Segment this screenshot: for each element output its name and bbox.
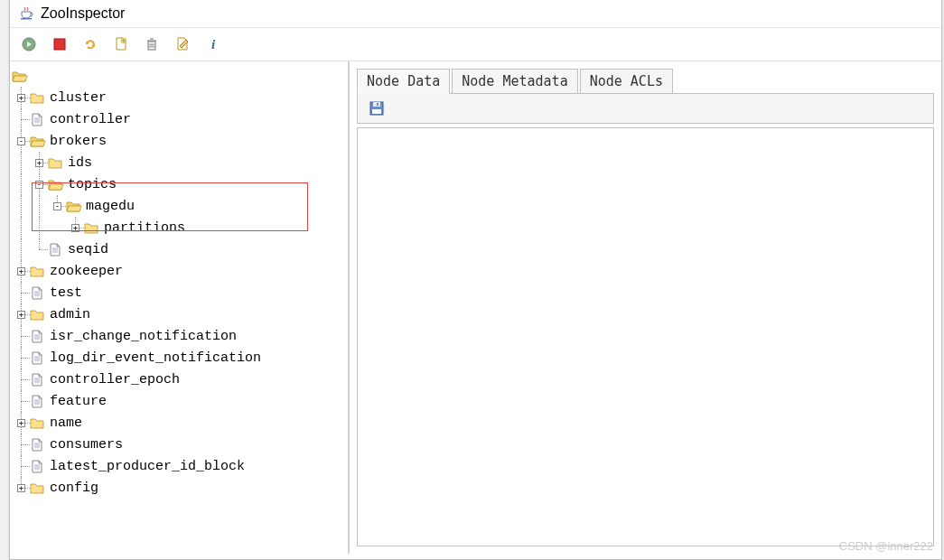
folder-closed-icon bbox=[30, 90, 46, 105]
folder-closed-icon bbox=[84, 220, 100, 235]
connect-button[interactable] bbox=[19, 34, 39, 54]
tree-node-label: admin bbox=[50, 307, 90, 322]
tree-node-test[interactable]: test bbox=[12, 282, 346, 303]
tabs: Node Data Node Metadata Node ACLs bbox=[350, 61, 941, 94]
file-icon bbox=[30, 329, 46, 343]
tree-node-ids[interactable]: + ids bbox=[12, 152, 346, 173]
tree-node-latest[interactable]: latest_producer_id_block bbox=[12, 455, 346, 477]
tree-node-label: controller_epoch bbox=[50, 372, 180, 387]
tree-node-magedu[interactable]: - magedu bbox=[12, 195, 346, 217]
file-icon bbox=[30, 112, 46, 126]
expand-toggle[interactable]: + bbox=[17, 484, 25, 492]
tree-node-isr[interactable]: isr_change_notification bbox=[12, 325, 346, 347]
file-icon bbox=[30, 285, 46, 300]
tree-node-seqid[interactable]: seqid bbox=[12, 238, 346, 260]
tab-node-acls[interactable]: Node ACLs bbox=[580, 69, 673, 94]
collapse-toggle[interactable]: - bbox=[17, 137, 25, 145]
tab-toolbar bbox=[357, 93, 934, 124]
tab-node-metadata[interactable]: Node Metadata bbox=[452, 69, 577, 94]
tree-node-cluster[interactable]: + cluster bbox=[12, 87, 346, 108]
file-icon bbox=[30, 394, 46, 408]
node-viewers-button[interactable] bbox=[173, 34, 192, 54]
tree-node-name[interactable]: + name bbox=[12, 412, 346, 434]
window-title: ZooInspector bbox=[41, 5, 125, 22]
file-icon bbox=[30, 372, 46, 387]
tree-node-label: consumers bbox=[50, 437, 123, 453]
tree-node-label: config bbox=[50, 481, 98, 496]
tab-node-data[interactable]: Node Data bbox=[357, 69, 450, 94]
folder-open-icon bbox=[66, 199, 82, 213]
tree-node-label: isr_change_notification bbox=[50, 329, 237, 344]
file-icon bbox=[48, 242, 64, 257]
expand-toggle[interactable]: + bbox=[71, 224, 79, 232]
save-button[interactable] bbox=[367, 98, 387, 118]
tree-node-zookeeper[interactable]: + zookeeper bbox=[12, 260, 346, 282]
tree-node-label: log_dir_event_notification bbox=[50, 350, 261, 366]
tree-pane[interactable]: + cluster controller - brokers bbox=[10, 61, 350, 554]
expand-toggle[interactable]: + bbox=[17, 94, 25, 102]
folder-open-icon bbox=[48, 177, 64, 191]
expand-toggle[interactable]: + bbox=[17, 311, 25, 319]
expand-toggle[interactable]: + bbox=[17, 267, 25, 275]
tree-node-label: ids bbox=[68, 155, 92, 171]
tree-node-label: name bbox=[50, 415, 82, 431]
tree-node-label: test bbox=[50, 285, 82, 301]
tree-node-logdir[interactable]: log_dir_event_notification bbox=[12, 347, 346, 369]
disconnect-button[interactable] bbox=[50, 34, 70, 54]
folder-closed-icon bbox=[48, 155, 64, 170]
folder-closed-icon bbox=[30, 307, 46, 322]
expand-toggle[interactable]: + bbox=[17, 419, 25, 427]
tree-node-admin[interactable]: + admin bbox=[12, 303, 346, 325]
java-icon bbox=[19, 6, 33, 21]
collapse-toggle[interactable]: - bbox=[53, 202, 61, 210]
tree-node-label: feature bbox=[50, 394, 107, 409]
tree-node-label: zookeeper bbox=[50, 264, 123, 279]
tree-node-label: controller bbox=[50, 112, 131, 127]
content: + cluster controller - brokers bbox=[10, 61, 941, 554]
node-data-content[interactable] bbox=[357, 127, 934, 546]
delete-node-button[interactable] bbox=[142, 34, 162, 54]
add-node-button[interactable] bbox=[111, 34, 131, 54]
tree-node-label: seqid bbox=[68, 242, 108, 257]
tree-node-label: latest_producer_id_block bbox=[50, 459, 245, 474]
tree-node-controller[interactable]: controller bbox=[12, 108, 346, 130]
folder-closed-icon bbox=[30, 481, 46, 495]
tree-node-label: brokers bbox=[50, 134, 107, 149]
refresh-button[interactable] bbox=[80, 34, 100, 54]
folder-closed-icon bbox=[30, 415, 46, 430]
tree-node-label: topics bbox=[68, 177, 117, 192]
right-pane: Node Data Node Metadata Node ACLs bbox=[350, 61, 941, 554]
tree-node-label: partitions bbox=[104, 220, 185, 236]
app-window: ZooInspector + cluster bbox=[9, 0, 942, 560]
folder-closed-icon bbox=[30, 264, 46, 278]
tree-node-label: cluster bbox=[50, 90, 107, 106]
titlebar: ZooInspector bbox=[10, 0, 941, 28]
folder-open-icon bbox=[30, 134, 46, 148]
about-button[interactable] bbox=[203, 34, 223, 54]
tree-node-root[interactable] bbox=[12, 65, 346, 87]
collapse-toggle[interactable]: - bbox=[35, 181, 43, 189]
tree-node-label: magedu bbox=[86, 199, 135, 214]
file-icon bbox=[30, 459, 46, 473]
file-icon bbox=[30, 350, 46, 365]
tree: + cluster controller - brokers bbox=[12, 65, 346, 499]
folder-open-icon bbox=[12, 69, 28, 83]
tree-node-epoch[interactable]: controller_epoch bbox=[12, 369, 346, 390]
tree-node-brokers[interactable]: - brokers bbox=[12, 130, 346, 152]
tree-node-feature[interactable]: feature bbox=[12, 390, 346, 412]
tree-node-consumers[interactable]: consumers bbox=[12, 434, 346, 455]
toolbar bbox=[10, 28, 941, 61]
tree-node-topics[interactable]: - topics bbox=[12, 173, 346, 195]
tree-node-partitions[interactable]: + partitions bbox=[12, 217, 346, 238]
tree-node-config[interactable]: + config bbox=[12, 477, 346, 499]
file-icon bbox=[30, 437, 46, 452]
expand-toggle[interactable]: + bbox=[35, 159, 43, 167]
